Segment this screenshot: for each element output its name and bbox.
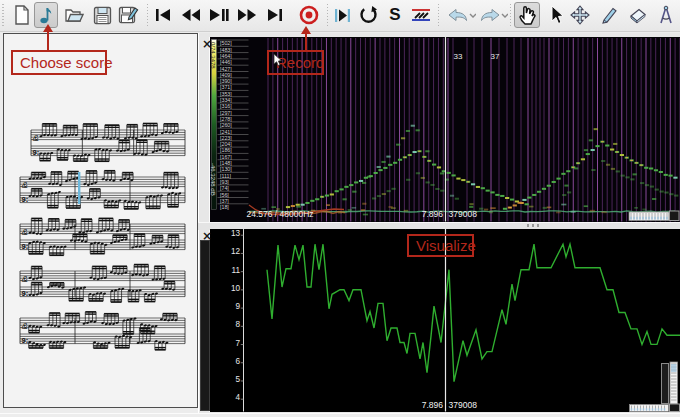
loop-button[interactable]	[356, 2, 380, 28]
svg-text:9:: 9:	[22, 195, 29, 204]
rewind-icon	[181, 8, 201, 22]
splitter-handle[interactable]	[527, 224, 539, 227]
save-icon	[93, 6, 112, 25]
tool-erase-button[interactable]	[625, 2, 649, 28]
sheet-music: &9:&9:&9:&9:&9:	[4, 34, 197, 407]
record-button[interactable]	[296, 2, 322, 28]
align-icon	[411, 7, 431, 23]
move-arrows-icon	[570, 5, 590, 25]
save-as-button[interactable]	[116, 2, 140, 28]
play-selection-icon	[334, 8, 351, 23]
record-arrow	[305, 32, 307, 50]
visualize-annotation-label: Visualize	[409, 237, 476, 254]
spectrogram-close-button[interactable]: ×	[201, 38, 213, 50]
rewind-to-start-button[interactable]	[151, 2, 175, 28]
application-window: S	[0, 0, 680, 417]
solo-button[interactable]: S	[383, 2, 407, 28]
skip-end-icon	[266, 8, 284, 22]
toolbar-separator	[327, 4, 328, 26]
solo-icon: S	[389, 5, 400, 25]
svg-text:&: &	[33, 132, 39, 143]
toolbar: S	[0, 0, 680, 32]
svg-text:9:: 9:	[22, 289, 29, 298]
svg-text:9:: 9:	[22, 336, 29, 345]
save-button[interactable]	[90, 2, 114, 28]
record-icon	[298, 4, 320, 26]
tool-measure-button[interactable]	[654, 2, 678, 28]
svg-text:&: &	[22, 320, 28, 331]
eraser-icon	[627, 6, 647, 24]
tool-edit-button[interactable]	[568, 2, 592, 28]
record-arrowhead	[301, 26, 311, 34]
skip-to-end-button[interactable]	[263, 2, 287, 28]
rewind-button[interactable]	[179, 2, 203, 28]
skip-start-icon	[154, 8, 172, 22]
choose-score-annotation: Choose score	[11, 50, 107, 75]
tool-navigate-button[interactable]	[514, 2, 540, 28]
status-strip	[0, 413, 680, 417]
hand-icon	[518, 5, 536, 25]
open-folder-icon	[64, 5, 84, 25]
undo-icon	[446, 7, 476, 23]
music-note-icon	[37, 5, 55, 25]
toolbar-separator	[147, 4, 148, 26]
choose-score-arrow	[47, 30, 49, 50]
visualize-side-column	[200, 240, 210, 411]
mouse-pointer-icon	[273, 53, 283, 67]
toolbar-handle[interactable]	[2, 4, 4, 26]
svg-text:&: &	[22, 179, 28, 190]
tool-draw-button[interactable]	[597, 2, 621, 28]
redo-button[interactable]	[477, 2, 509, 28]
toolbar-separator	[510, 4, 511, 26]
play-pause-button[interactable]	[207, 2, 231, 28]
toolbar-separator	[438, 4, 439, 26]
save-as-icon	[118, 5, 139, 25]
tool-select-button[interactable]	[544, 2, 568, 28]
play-pause-icon	[209, 8, 229, 22]
choose-score-annotation-label: Choose score	[13, 54, 113, 71]
fast-forward-icon	[237, 8, 257, 22]
new-session-button[interactable]	[10, 2, 34, 28]
svg-text:&: &	[22, 226, 28, 237]
visualize-annotation: Visualize	[407, 234, 474, 257]
svg-text:&: &	[22, 273, 28, 284]
play-selection-button[interactable]	[330, 2, 354, 28]
svg-text:9:: 9:	[22, 242, 29, 251]
fast-forward-button[interactable]	[235, 2, 259, 28]
open-button[interactable]	[62, 2, 86, 28]
compass-icon	[658, 5, 674, 25]
loop-icon	[359, 6, 378, 25]
redo-icon	[478, 7, 508, 23]
undo-button[interactable]	[445, 2, 477, 28]
score-panel[interactable]: &9:&9:&9:&9:&9:	[3, 33, 198, 408]
arrow-cursor-icon	[548, 5, 564, 25]
new-document-icon	[13, 5, 31, 25]
pencil-icon	[600, 6, 618, 24]
svg-text:9:: 9:	[33, 148, 40, 157]
choose-score-arrowhead	[43, 24, 53, 32]
align-button[interactable]	[409, 2, 433, 28]
